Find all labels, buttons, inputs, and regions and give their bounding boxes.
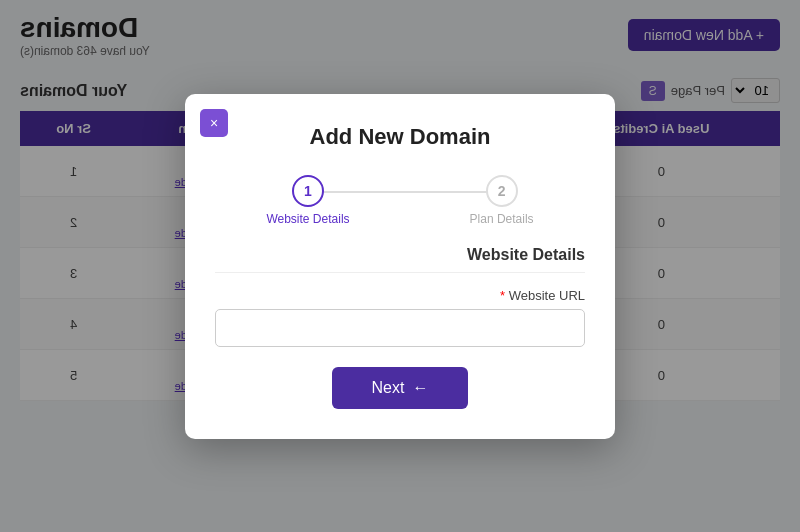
next-button-label: Next <box>372 379 405 397</box>
website-url-input[interactable] <box>215 309 585 347</box>
website-url-label: * Website URL <box>215 288 585 303</box>
step-2-item: 2 Plan Details <box>470 175 534 226</box>
stepper: 1 Website Details 2 Plan Details <box>215 175 585 226</box>
step-1-label: Website Details <box>266 212 349 226</box>
step-2-label: Plan Details <box>470 212 534 226</box>
required-marker: * <box>500 288 505 303</box>
section-heading: Website Details <box>215 246 585 273</box>
step-2-circle: 2 <box>486 175 518 207</box>
next-arrow-icon: ← <box>412 379 428 397</box>
modal-title: Add New Domain <box>215 124 585 150</box>
modal: × Add New Domain 1 Website Details 2 Pla… <box>185 94 615 439</box>
modal-overlay: × Add New Domain 1 Website Details 2 Pla… <box>0 0 800 532</box>
modal-close-button[interactable]: × <box>200 109 228 137</box>
next-button[interactable]: Next ← <box>332 367 469 409</box>
website-url-group: * Website URL <box>215 288 585 347</box>
step-1-item: 1 Website Details <box>266 175 349 226</box>
step-1-circle: 1 <box>292 175 324 207</box>
